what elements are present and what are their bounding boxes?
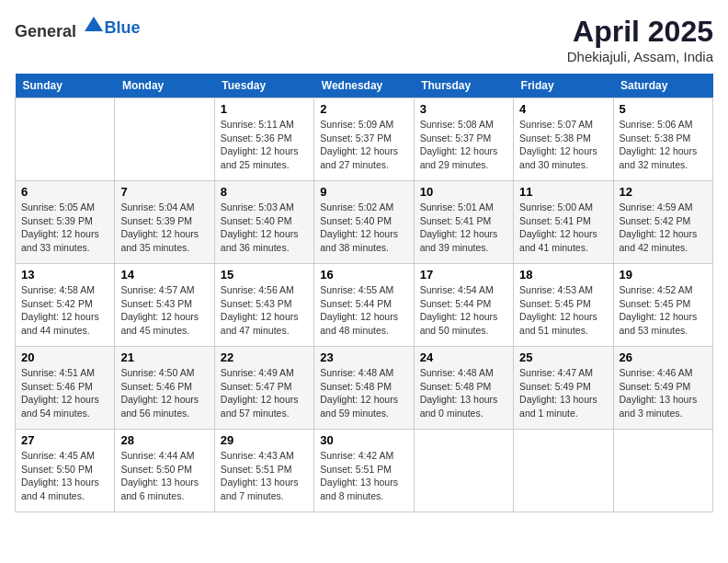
day-header-monday: Monday <box>115 74 214 98</box>
calendar-cell: 9Sunrise: 5:02 AM Sunset: 5:40 PM Daylig… <box>314 181 414 264</box>
calendar-cell: 25Sunrise: 4:47 AM Sunset: 5:49 PM Dayli… <box>514 347 613 430</box>
day-number: 17 <box>420 268 507 282</box>
day-number: 20 <box>21 350 108 364</box>
day-info: Sunrise: 4:57 AM Sunset: 5:43 PM Dayligh… <box>120 283 208 338</box>
day-number: 12 <box>620 185 707 199</box>
day-info: Sunrise: 4:46 AM Sunset: 5:49 PM Dayligh… <box>620 366 707 420</box>
page-header: General Blue April 2025 Dhekiajuli, Assa… <box>15 15 713 64</box>
svg-marker-0 <box>85 17 103 31</box>
calendar-cell: 24Sunrise: 4:48 AM Sunset: 5:48 PM Dayli… <box>414 347 513 430</box>
calendar-cell: 16Sunrise: 4:55 AM Sunset: 5:44 PM Dayli… <box>314 264 414 347</box>
logo-icon <box>83 15 105 37</box>
day-info: Sunrise: 5:11 AM Sunset: 5:36 PM Dayligh… <box>221 118 308 172</box>
day-info: Sunrise: 4:50 AM Sunset: 5:46 PM Dayligh… <box>120 366 208 420</box>
day-number: 6 <box>21 185 108 199</box>
calendar-cell: 19Sunrise: 4:52 AM Sunset: 5:45 PM Dayli… <box>613 264 712 347</box>
day-info: Sunrise: 5:01 AM Sunset: 5:41 PM Dayligh… <box>420 201 507 255</box>
calendar-cell: 26Sunrise: 4:46 AM Sunset: 5:49 PM Dayli… <box>613 347 712 430</box>
day-header-saturday: Saturday <box>613 74 712 98</box>
day-info: Sunrise: 4:47 AM Sunset: 5:49 PM Dayligh… <box>519 366 607 420</box>
day-info: Sunrise: 4:59 AM Sunset: 5:42 PM Dayligh… <box>620 201 707 255</box>
day-info: Sunrise: 5:09 AM Sunset: 5:37 PM Dayligh… <box>320 118 407 172</box>
day-info: Sunrise: 5:04 AM Sunset: 5:39 PM Dayligh… <box>120 201 208 255</box>
day-number: 27 <box>21 433 108 447</box>
calendar-week-row: 20Sunrise: 4:51 AM Sunset: 5:46 PM Dayli… <box>16 347 713 430</box>
title-area: April 2025 Dhekiajuli, Assam, India <box>567 15 713 64</box>
day-header-wednesday: Wednesday <box>314 74 414 98</box>
calendar-cell: 13Sunrise: 4:58 AM Sunset: 5:42 PM Dayli… <box>16 264 115 347</box>
day-number: 30 <box>320 433 407 447</box>
calendar-cell: 3Sunrise: 5:08 AM Sunset: 5:37 PM Daylig… <box>414 98 513 181</box>
calendar-cell: 5Sunrise: 5:06 AM Sunset: 5:38 PM Daylig… <box>613 98 712 181</box>
day-number: 5 <box>620 102 707 116</box>
day-info: Sunrise: 5:06 AM Sunset: 5:38 PM Dayligh… <box>620 118 707 172</box>
day-number: 24 <box>420 350 507 364</box>
logo-general-text: General <box>15 22 76 40</box>
day-info: Sunrise: 4:44 AM Sunset: 5:50 PM Dayligh… <box>120 449 208 503</box>
day-number: 25 <box>519 350 607 364</box>
calendar-header-row: SundayMondayTuesdayWednesdayThursdayFrid… <box>16 74 713 98</box>
day-number: 19 <box>620 268 707 282</box>
calendar-cell: 18Sunrise: 4:53 AM Sunset: 5:45 PM Dayli… <box>514 264 613 347</box>
calendar-cell: 6Sunrise: 5:05 AM Sunset: 5:39 PM Daylig… <box>16 181 115 264</box>
calendar-cell: 17Sunrise: 4:54 AM Sunset: 5:44 PM Dayli… <box>414 264 513 347</box>
calendar-cell <box>414 430 513 512</box>
day-header-thursday: Thursday <box>414 74 513 98</box>
month-title: April 2025 <box>567 15 713 49</box>
day-info: Sunrise: 5:05 AM Sunset: 5:39 PM Dayligh… <box>21 201 108 255</box>
calendar-week-row: 1Sunrise: 5:11 AM Sunset: 5:36 PM Daylig… <box>16 98 713 181</box>
calendar-cell: 23Sunrise: 4:48 AM Sunset: 5:48 PM Dayli… <box>314 347 414 430</box>
calendar-week-row: 13Sunrise: 4:58 AM Sunset: 5:42 PM Dayli… <box>16 264 713 347</box>
day-number: 18 <box>519 268 607 282</box>
day-header-friday: Friday <box>514 74 613 98</box>
day-header-tuesday: Tuesday <box>214 74 313 98</box>
day-number: 28 <box>120 433 208 447</box>
day-info: Sunrise: 4:55 AM Sunset: 5:44 PM Dayligh… <box>320 283 407 338</box>
calendar-cell: 10Sunrise: 5:01 AM Sunset: 5:41 PM Dayli… <box>414 181 513 264</box>
logo-blue-text: Blue <box>105 18 141 37</box>
day-number: 11 <box>519 185 607 199</box>
calendar-cell: 21Sunrise: 4:50 AM Sunset: 5:46 PM Dayli… <box>115 347 214 430</box>
day-number: 7 <box>120 185 208 199</box>
day-info: Sunrise: 4:48 AM Sunset: 5:48 PM Dayligh… <box>420 366 507 420</box>
day-number: 13 <box>21 268 108 282</box>
calendar-cell: 28Sunrise: 4:44 AM Sunset: 5:50 PM Dayli… <box>115 430 214 512</box>
day-info: Sunrise: 4:45 AM Sunset: 5:50 PM Dayligh… <box>21 449 108 503</box>
day-number: 15 <box>221 268 308 282</box>
day-number: 23 <box>320 350 407 364</box>
day-number: 14 <box>120 268 208 282</box>
day-info: Sunrise: 5:08 AM Sunset: 5:37 PM Dayligh… <box>420 118 507 172</box>
day-number: 26 <box>620 350 707 364</box>
day-info: Sunrise: 4:58 AM Sunset: 5:42 PM Dayligh… <box>21 283 108 338</box>
logo: General Blue <box>15 15 141 41</box>
calendar-week-row: 6Sunrise: 5:05 AM Sunset: 5:39 PM Daylig… <box>16 181 713 264</box>
calendar-cell: 30Sunrise: 4:42 AM Sunset: 5:51 PM Dayli… <box>314 430 414 512</box>
day-info: Sunrise: 4:53 AM Sunset: 5:45 PM Dayligh… <box>519 283 607 338</box>
calendar-week-row: 27Sunrise: 4:45 AM Sunset: 5:50 PM Dayli… <box>16 430 713 512</box>
calendar-cell: 14Sunrise: 4:57 AM Sunset: 5:43 PM Dayli… <box>115 264 214 347</box>
calendar-cell: 4Sunrise: 5:07 AM Sunset: 5:38 PM Daylig… <box>514 98 613 181</box>
day-number: 16 <box>320 268 407 282</box>
calendar-cell <box>16 98 115 181</box>
location-title: Dhekiajuli, Assam, India <box>567 49 713 64</box>
day-info: Sunrise: 4:56 AM Sunset: 5:43 PM Dayligh… <box>221 283 308 338</box>
day-number: 22 <box>221 350 308 364</box>
day-info: Sunrise: 4:51 AM Sunset: 5:46 PM Dayligh… <box>21 366 108 420</box>
day-number: 2 <box>320 102 407 116</box>
day-number: 3 <box>420 102 507 116</box>
calendar-table: SundayMondayTuesdayWednesdayThursdayFrid… <box>15 74 713 512</box>
day-header-sunday: Sunday <box>16 74 115 98</box>
day-number: 29 <box>221 433 308 447</box>
calendar-cell <box>613 430 712 512</box>
calendar-cell: 8Sunrise: 5:03 AM Sunset: 5:40 PM Daylig… <box>214 181 313 264</box>
day-number: 4 <box>519 102 607 116</box>
day-info: Sunrise: 5:02 AM Sunset: 5:40 PM Dayligh… <box>320 201 407 255</box>
calendar-cell: 27Sunrise: 4:45 AM Sunset: 5:50 PM Dayli… <box>16 430 115 512</box>
day-info: Sunrise: 4:42 AM Sunset: 5:51 PM Dayligh… <box>320 449 407 503</box>
calendar-cell: 29Sunrise: 4:43 AM Sunset: 5:51 PM Dayli… <box>214 430 313 512</box>
day-info: Sunrise: 5:03 AM Sunset: 5:40 PM Dayligh… <box>221 201 308 255</box>
day-info: Sunrise: 4:54 AM Sunset: 5:44 PM Dayligh… <box>420 283 507 338</box>
day-info: Sunrise: 4:48 AM Sunset: 5:48 PM Dayligh… <box>320 366 407 420</box>
day-info: Sunrise: 5:07 AM Sunset: 5:38 PM Dayligh… <box>519 118 607 172</box>
calendar-cell <box>514 430 613 512</box>
